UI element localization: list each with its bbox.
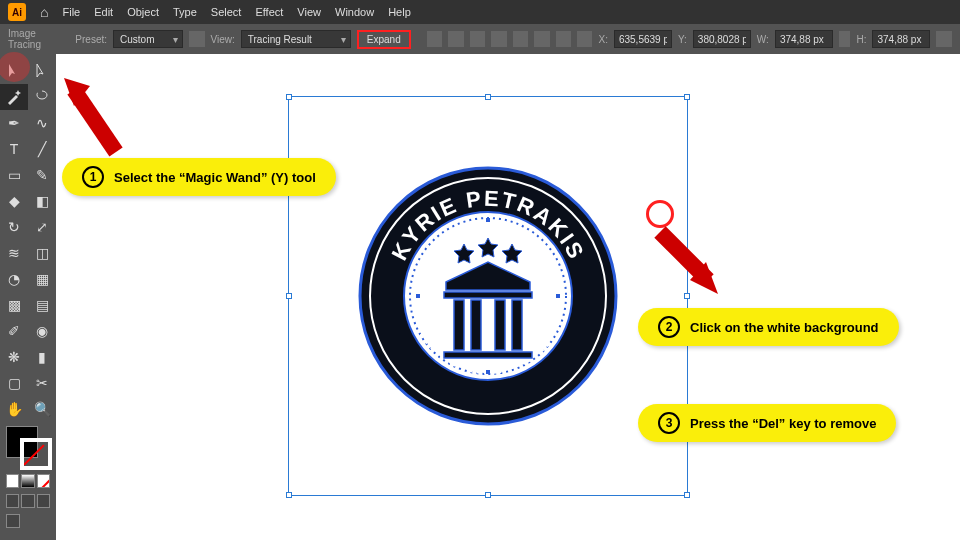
menu-select[interactable]: Select <box>211 6 242 18</box>
svg-rect-10 <box>512 300 522 350</box>
width-tool[interactable]: ≋ <box>0 240 28 266</box>
w-label: W: <box>757 34 769 45</box>
callout-1-text: Select the “Magic Wand” (Y) tool <box>114 170 316 185</box>
x-field[interactable] <box>614 30 672 48</box>
align-icon-1[interactable] <box>427 31 442 47</box>
align-icon-3[interactable] <box>470 31 485 47</box>
callout-2-text: Click on the white background <box>690 320 879 335</box>
preset-select[interactable]: Custom <box>113 30 183 48</box>
callout-2-number: 2 <box>658 316 680 338</box>
transform-icon[interactable] <box>577 31 592 47</box>
align-icon-7[interactable] <box>556 31 571 47</box>
h-field[interactable] <box>872 30 930 48</box>
panel-label: Image Tracing <box>8 28 69 50</box>
x-label: X: <box>598 34 607 45</box>
eyedropper-tool[interactable]: ✐ <box>0 318 28 344</box>
menu-file[interactable]: File <box>62 6 80 18</box>
mesh-tool[interactable]: ▩ <box>0 292 28 318</box>
svg-rect-12 <box>486 218 490 222</box>
rotate-tool[interactable]: ↻ <box>0 214 28 240</box>
y-field[interactable] <box>693 30 751 48</box>
callout-1: 1 Select the “Magic Wand” (Y) tool <box>62 158 336 196</box>
color-mode-icon[interactable] <box>6 474 19 488</box>
logo-artwork[interactable]: KYRIE PETRAKIS ATTORNEY LAW <box>356 164 620 428</box>
link-wh-icon[interactable] <box>839 31 851 47</box>
draw-normal-icon[interactable] <box>6 494 19 508</box>
lasso-tool[interactable] <box>28 84 56 110</box>
menu-type[interactable]: Type <box>173 6 197 18</box>
menu-help[interactable]: Help <box>388 6 411 18</box>
hand-tool[interactable]: ✋ <box>0 396 28 422</box>
control-bar: Image Tracing Preset: Custom View: Traci… <box>0 24 960 54</box>
svg-rect-9 <box>495 300 505 350</box>
menu-effect[interactable]: Effect <box>255 6 283 18</box>
home-icon[interactable]: ⌂ <box>40 4 48 20</box>
svg-rect-7 <box>454 300 464 350</box>
perspective-tool[interactable]: ▦ <box>28 266 56 292</box>
h-label: H: <box>856 34 866 45</box>
svg-rect-13 <box>416 294 420 298</box>
menu-view[interactable]: View <box>297 6 321 18</box>
svg-rect-8 <box>471 300 481 350</box>
tools-panel: ✒ ∿ T ╱ ▭ ✎ ◆ ◧ ↻ ⤢ ≋ ◫ ◔ ▦ ▩ ▤ ✐ ◉ ❋ ▮ … <box>0 54 56 540</box>
callout-3: 3 Press the “Del” key to remove <box>638 404 896 442</box>
arrow-to-magic-wand <box>56 72 126 162</box>
canvas[interactable]: KYRIE PETRAKIS ATTORNEY LAW <box>56 54 960 540</box>
y-label: Y: <box>678 34 687 45</box>
none-mode-icon[interactable] <box>37 474 50 488</box>
scale-tool[interactable]: ⤢ <box>28 214 56 240</box>
view-select[interactable]: Tracing Result <box>241 30 351 48</box>
curvature-tool[interactable]: ∿ <box>28 110 56 136</box>
symbol-tool[interactable]: ❋ <box>0 344 28 370</box>
blend-tool[interactable]: ◉ <box>28 318 56 344</box>
color-swatches[interactable] <box>0 422 56 532</box>
callout-1-number: 1 <box>82 166 104 188</box>
svg-rect-15 <box>486 370 490 374</box>
expand-button[interactable]: Expand <box>357 30 411 49</box>
preset-label: Preset: <box>75 34 107 45</box>
screen-mode-icon[interactable] <box>6 514 20 528</box>
direct-selection-tool[interactable] <box>28 58 56 84</box>
callout-3-text: Press the “Del” key to remove <box>690 416 876 431</box>
free-transform-tool[interactable]: ◫ <box>28 240 56 266</box>
gradient-tool[interactable]: ▤ <box>28 292 56 318</box>
artboard-tool[interactable]: ▢ <box>0 370 28 396</box>
draw-behind-icon[interactable] <box>21 494 34 508</box>
graph-tool[interactable]: ▮ <box>28 344 56 370</box>
callout-2: 2 Click on the white background <box>638 308 899 346</box>
align-icon-4[interactable] <box>491 31 506 47</box>
zoom-tool[interactable]: 🔍 <box>28 396 56 422</box>
shaper-tool[interactable]: ◆ <box>0 188 28 214</box>
slice-tool[interactable]: ✂ <box>28 370 56 396</box>
align-icon-2[interactable] <box>448 31 463 47</box>
stroke-swatch[interactable] <box>20 438 52 470</box>
properties-icon[interactable] <box>936 31 951 47</box>
paintbrush-tool[interactable]: ✎ <box>28 162 56 188</box>
type-tool[interactable]: T <box>0 136 28 162</box>
gradient-mode-icon[interactable] <box>21 474 34 488</box>
menu-object[interactable]: Object <box>127 6 159 18</box>
line-tool[interactable]: ╱ <box>28 136 56 162</box>
draw-inside-icon[interactable] <box>37 494 50 508</box>
callout-3-number: 3 <box>658 412 680 434</box>
shape-builder-tool[interactable]: ◔ <box>0 266 28 292</box>
align-icon-5[interactable] <box>513 31 528 47</box>
app-logo: Ai <box>8 3 26 21</box>
w-field[interactable] <box>775 30 833 48</box>
svg-rect-14 <box>556 294 560 298</box>
tracing-panel-icon[interactable] <box>189 31 204 47</box>
eraser-tool[interactable]: ◧ <box>28 188 56 214</box>
align-icon-6[interactable] <box>534 31 549 47</box>
menu-bar: Ai ⌂ File Edit Object Type Select Effect… <box>0 0 960 24</box>
svg-rect-6 <box>444 292 532 298</box>
menu-window[interactable]: Window <box>335 6 374 18</box>
svg-rect-11 <box>444 352 532 358</box>
pen-tool[interactable]: ✒ <box>0 110 28 136</box>
menu-edit[interactable]: Edit <box>94 6 113 18</box>
arrow-to-background <box>652 224 732 304</box>
view-label: View: <box>211 34 235 45</box>
magic-wand-tool[interactable] <box>0 84 28 110</box>
rectangle-tool[interactable]: ▭ <box>0 162 28 188</box>
